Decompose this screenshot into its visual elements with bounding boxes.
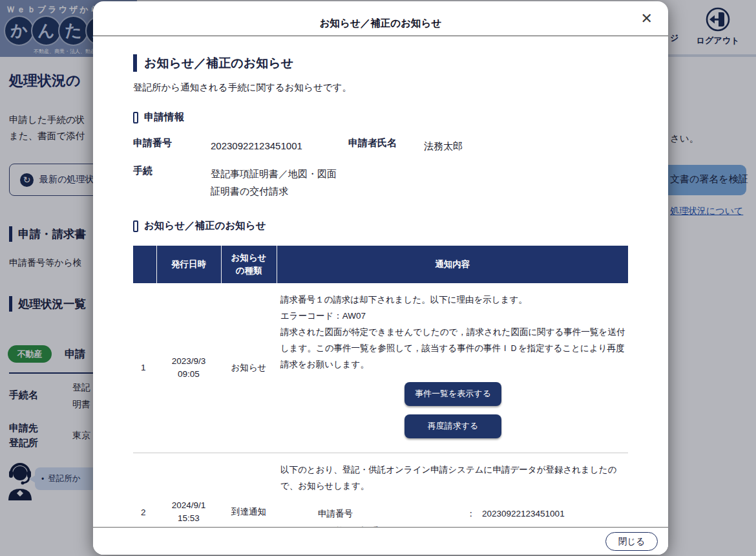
dialog-description: 登記所から通知される手続に関するお知らせです。: [133, 81, 628, 94]
procedure-value-line2: 証明書の交付請求: [211, 182, 337, 200]
notices-heading: お知らせ／補正のお知らせ: [133, 219, 628, 233]
heading-text: お知らせ／補正のお知らせ: [144, 55, 293, 72]
notice-dialog: お知らせ／補正のお知らせ ✕ お知らせ／補正のお知らせ 登記所から通知される手続…: [93, 1, 668, 555]
show-case-list-button[interactable]: 事件一覧を表示する: [404, 382, 501, 406]
applicant-name-value: 法務太郎: [424, 137, 463, 155]
col-header-content: 通知内容: [277, 246, 628, 283]
dialog-footer: 閉じる: [93, 527, 668, 555]
application-number-label: 申請番号: [133, 137, 211, 155]
close-button[interactable]: 閉じる: [605, 532, 658, 551]
procedure-value-line1: 登記事項証明書／地図・図面: [211, 165, 337, 182]
col-header-empty: [133, 246, 156, 283]
dialog-header: お知らせ／補正のお知らせ ✕: [93, 1, 668, 36]
detail-value: 20230922123451001: [482, 505, 565, 522]
notice-text-line2: エラーコード：AW07: [280, 308, 625, 325]
notice-text-line1: 請求番号１の請求は却下されました。以下に理由を示します。: [280, 292, 625, 308]
application-info-row2: 手続 登記事項証明書／地図・図面 証明書の交付請求: [133, 165, 628, 200]
subheading-bar-icon: [133, 220, 138, 232]
notices-table: 発行日時 お知らせ の種類 通知内容 1 2023/9/3 09:05 お知らせ: [133, 246, 628, 555]
application-info-row1: 申請番号 20230922123451001 申請者氏名 法務太郎: [133, 137, 628, 155]
applicant-name-label: 申請者氏名: [348, 137, 424, 155]
col-header-type: お知らせ の種類: [221, 246, 277, 283]
subheading-text: お知らせ／補正のお知らせ: [144, 219, 266, 233]
request-again-button[interactable]: 再度請求する: [404, 414, 501, 438]
notice-type: お知らせ: [221, 283, 277, 453]
subheading-bar-icon: [133, 112, 138, 123]
dialog-heading: お知らせ／補正のお知らせ: [133, 54, 628, 72]
col-header-issued: 発行日時: [156, 246, 221, 283]
table-header-row: 発行日時 お知らせ の種類 通知内容: [133, 246, 628, 283]
detail-colon: ：: [467, 505, 482, 522]
heading-bar: [133, 54, 137, 72]
notice-issued: 2023/9/3 09:05: [156, 283, 221, 453]
detail-row: 申請番号 ： 20230922123451001: [318, 505, 625, 522]
dialog-body: お知らせ／補正のお知らせ 登記所から通知される手続に関するお知らせです。 申請情…: [93, 36, 668, 555]
notice-content: 請求番号１の請求は却下されました。以下に理由を示します。 エラーコード：AW07…: [277, 283, 628, 453]
application-info-heading: 申請情報: [133, 111, 628, 124]
close-icon[interactable]: ✕: [641, 12, 653, 26]
dialog-title: お知らせ／補正のお知らせ: [93, 17, 668, 30]
application-number-value: 20230922123451001: [211, 137, 348, 155]
procedure-label: 手続: [133, 165, 211, 200]
notice-number: 1: [133, 283, 156, 453]
table-row: 1 2023/9/3 09:05 お知らせ 請求番号１の請求は却下されました。以…: [133, 283, 628, 453]
subheading-text: 申請情報: [144, 111, 184, 124]
detail-label: 申請番号: [318, 505, 467, 522]
notice-action-buttons: 事件一覧を表示する 再度請求する: [280, 382, 625, 438]
notice-text-line3: 請求された図面が特定できませんでしたので，請求された図面に関する事件一覧を送付し…: [280, 325, 625, 373]
notice-intro: 以下のとおり、登記・供託オンライン申請システムに申請データが登録されましたので、…: [280, 462, 625, 495]
procedure-value: 登記事項証明書／地図・図面 証明書の交付請求: [211, 165, 337, 200]
